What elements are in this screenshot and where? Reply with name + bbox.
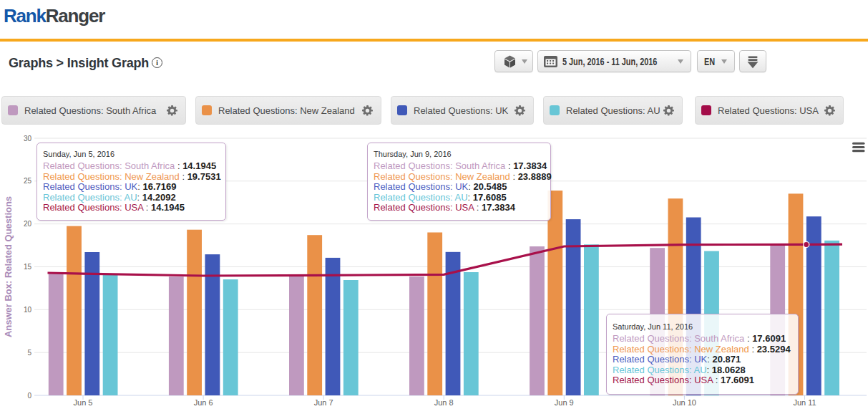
svg-text:30: 30 <box>24 135 32 143</box>
svg-text:Jun 10: Jun 10 <box>673 398 696 407</box>
svg-text:Jun 11: Jun 11 <box>793 398 816 407</box>
svg-text:Jun 8: Jun 8 <box>434 398 454 407</box>
svg-text:Jun 9: Jun 9 <box>555 398 574 407</box>
svg-text:0: 0 <box>27 392 31 400</box>
svg-text:5: 5 <box>27 349 31 357</box>
svg-text:Jun 7: Jun 7 <box>314 398 333 407</box>
svg-text:20: 20 <box>24 220 32 228</box>
svg-text:10: 10 <box>24 306 32 314</box>
svg-text:25: 25 <box>24 177 32 185</box>
svg-text:Jun 6: Jun 6 <box>194 398 213 407</box>
svg-text:Jun 5: Jun 5 <box>74 398 93 407</box>
svg-text:15: 15 <box>24 263 32 271</box>
svg-text:Answer Box: Related Questions: Answer Box: Related Questions <box>3 196 14 337</box>
